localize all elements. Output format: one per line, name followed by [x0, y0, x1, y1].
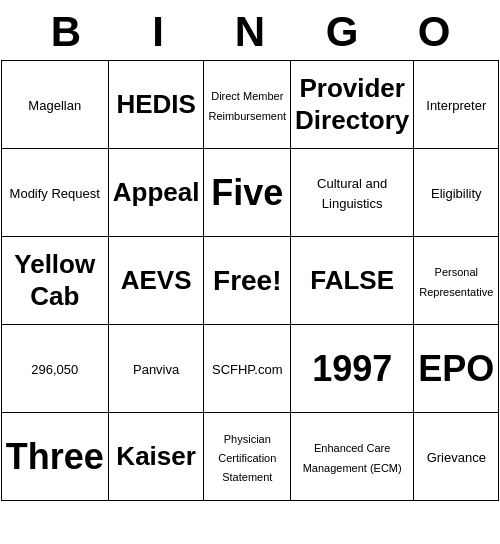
cell-r2-c0: Yellow Cab: [1, 237, 108, 325]
cell-r1-c4: Eligibility: [414, 149, 499, 237]
cell-r0-c3: Provider Directory: [291, 61, 414, 149]
cell-r2-c4: Personal Representative: [414, 237, 499, 325]
cell-r2-c2: Free!: [204, 237, 291, 325]
letter-b: B: [26, 8, 106, 56]
cell-r3-c2: SCFHP.com: [204, 325, 291, 413]
cell-r3-c0: 296,050: [1, 325, 108, 413]
cell-r3-c3: 1997: [291, 325, 414, 413]
cell-r4-c3: Enhanced Care Management (ECM): [291, 413, 414, 501]
cell-r1-c0: Modify Request: [1, 149, 108, 237]
cell-r2-c3: FALSE: [291, 237, 414, 325]
cell-r4-c4: Grievance: [414, 413, 499, 501]
cell-r0-c0: Magellan: [1, 61, 108, 149]
cell-r1-c2: Five: [204, 149, 291, 237]
cell-r3-c1: Panviva: [108, 325, 204, 413]
cell-r0-c4: Interpreter: [414, 61, 499, 149]
cell-r1-c3: Cultural and Linguistics: [291, 149, 414, 237]
bingo-grid: MagellanHEDISDirect Member Reimbursement…: [1, 60, 500, 501]
cell-r0-c2: Direct Member Reimbursement: [204, 61, 291, 149]
letter-i: I: [118, 8, 198, 56]
cell-r4-c0: Three: [1, 413, 108, 501]
letter-g: G: [302, 8, 382, 56]
letter-n: N: [210, 8, 290, 56]
cell-r4-c2: Physician Certification Statement: [204, 413, 291, 501]
cell-r0-c1: HEDIS: [108, 61, 204, 149]
cell-r3-c4: EPO: [414, 325, 499, 413]
cell-r2-c1: AEVS: [108, 237, 204, 325]
bingo-header: B I N G O: [20, 0, 480, 60]
letter-o: O: [394, 8, 474, 56]
cell-r1-c1: Appeal: [108, 149, 204, 237]
cell-r4-c1: Kaiser: [108, 413, 204, 501]
